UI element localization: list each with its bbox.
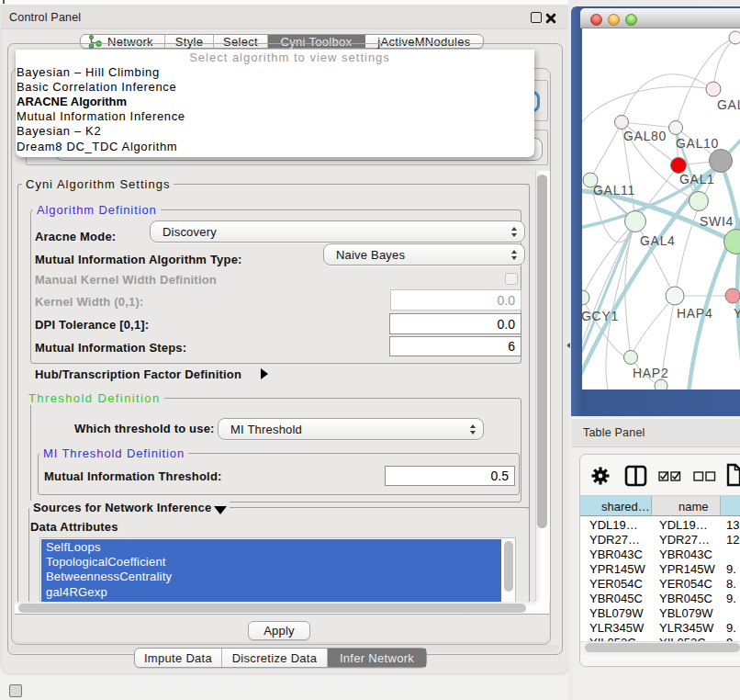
svg-text:GAL11: GAL11 [593, 183, 635, 198]
svg-text:GAL4: GAL4 [640, 233, 676, 248]
svg-text:GAL1: GAL1 [679, 172, 715, 186]
svg-text:HAP4: HAP4 [677, 306, 712, 321]
svg-text:HAP2: HAP2 [633, 366, 668, 380]
svg-text:GAL80: GAL80 [623, 129, 667, 143]
svg-text:GCY1: GCY1 [582, 309, 619, 323]
svg-text:SWI4: SWI4 [700, 214, 734, 229]
svg-text:Y: Y [734, 306, 740, 321]
svg-text:GAL7: GAL7 [717, 97, 740, 112]
svg-text:GAL10: GAL10 [676, 136, 719, 151]
